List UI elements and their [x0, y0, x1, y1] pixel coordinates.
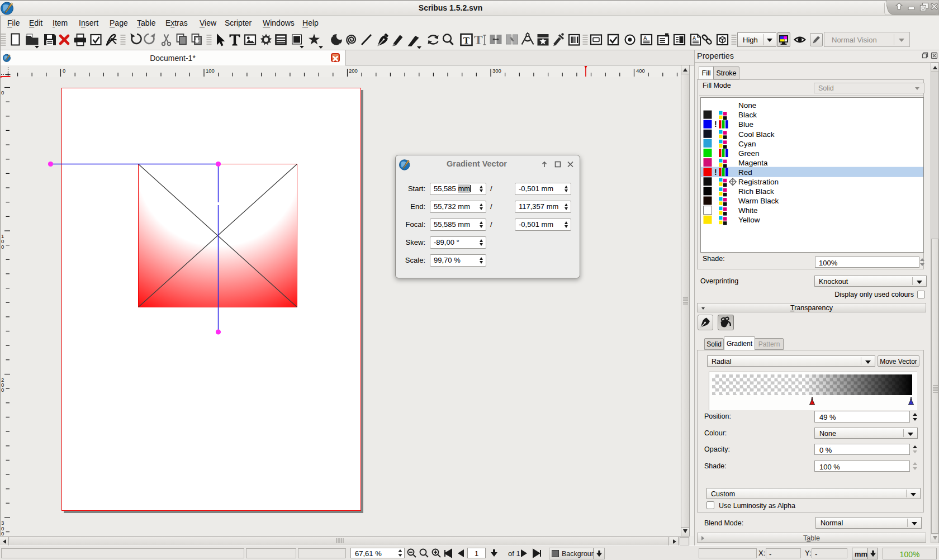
svg-text:A: A [693, 35, 696, 41]
svg-text:T: T [474, 33, 482, 47]
svg-text:Blue: Blue [738, 120, 753, 129]
svg-text:White: White [738, 206, 758, 215]
svg-text:None: None [738, 101, 756, 110]
svg-text:T: T [463, 35, 470, 46]
svg-text:Registration: Registration [738, 178, 779, 186]
svg-text:Rich Black: Rich Black [738, 187, 774, 196]
svg-text:!: ! [714, 120, 717, 129]
svg-text:Cyan: Cyan [738, 140, 756, 148]
svg-text:!: ! [714, 168, 717, 177]
svg-text:Magenta: Magenta [738, 159, 768, 167]
svg-text:A: A [643, 35, 647, 41]
svg-text:of 1: of 1 [508, 549, 520, 558]
svg-text:Black: Black [738, 111, 757, 119]
svg-text:Red: Red [738, 168, 752, 177]
svg-text:Yellow: Yellow [738, 216, 760, 224]
svg-text:Cool Black: Cool Black [738, 130, 775, 139]
svg-text:Warm Black: Warm Black [738, 197, 779, 205]
svg-text:Green: Green [738, 149, 760, 158]
